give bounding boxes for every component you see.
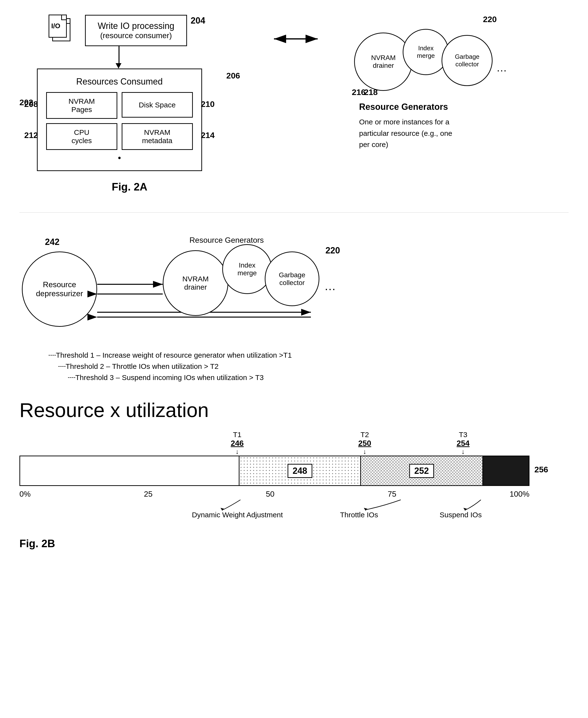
cell-disk-space: Disk Space [139,101,175,109]
label-208: 208 [24,99,38,109]
pct-75: 75 [387,490,396,498]
label-210: 210 [201,99,215,109]
pct-50: 50 [266,490,274,498]
io-label: I/O [51,22,60,30]
svg-marker-12 [364,508,368,511]
cell-nvram-pages-line2: Pages [71,105,92,114]
label-204: 204 [191,16,205,26]
t2-num: 250 [358,439,371,448]
svg-marker-11 [220,508,224,511]
label-212: 212 [24,130,38,140]
threshold-2: Threshold 2 – Throttle IOs when utilizat… [48,362,292,371]
page-container: I/O Write IO processing (resource consum… [19,15,569,550]
utilization-bar: 248 252 256 [19,456,529,486]
bar-dotted: 248 [239,456,361,485]
fig2b-section: 242 Resourcedepressurizer [19,232,569,550]
bar-text-labels: Dynamic Weight Adjustment Throttle IOs S… [19,504,529,523]
write-io-title: Write IO processing [97,21,175,31]
write-io-subtitle: (resource consumer) [97,31,175,40]
bubbles-dots: … [496,62,507,74]
pct-0: 0% [19,490,30,498]
bar-crosshatch: 252 [361,456,483,485]
threshold-3: Threshold 3 – Suspend incoming IOs when … [48,373,292,382]
utilization-title: Resource x utilization [19,399,554,422]
bar-empty [20,456,239,485]
t3-num: 254 [457,439,469,448]
rg-description: One or more instances for aparticular re… [359,116,452,150]
fig2a-section: I/O Write IO processing (resource consum… [19,15,569,193]
bubble-index-merge: Indexmerge [403,29,449,75]
cell-nvram-pages-line1: NVRAM [68,97,95,105]
fig2a-caption: Fig. 2A [112,181,147,193]
label-218: 218 [364,87,378,97]
bubble-nvram-drainer: NVRAMdrainer [354,33,413,91]
t2-arrow: ↓ [363,448,366,456]
bubble-garbage-2b: Garbagecollector [265,251,319,306]
svg-marker-13 [463,508,467,511]
t2-label: T2 [360,431,369,439]
pct-25: 25 [144,490,153,498]
rg-title: Resource Generators [359,102,448,112]
t1-arrow: ↓ [236,448,239,456]
label-214: 214 [201,130,215,140]
bubble-index-2b: Indexmerge [222,244,272,294]
seg2-label: 252 [409,464,434,478]
label-256: 256 [534,465,548,474]
resources-title: Resources Consumed [46,77,193,87]
label-242: 242 [45,237,60,247]
label-dwa: Dynamic Weight Adjustment [192,511,283,519]
label-220: 220 [483,15,497,24]
resources-dots: • [46,153,193,163]
label-throttle: Throttle IOs [340,511,378,519]
seg1-label: 248 [288,464,312,478]
label-220b: 220 [326,245,340,255]
t3-label: T3 [459,431,467,439]
pct-100: 100% [509,490,529,498]
pct-labels: 0% 25 50 75 100% [19,490,529,498]
double-arrow-2a [269,29,322,48]
label-216: 216 [352,87,365,97]
t1-num: 246 [231,439,244,448]
bubble-nvram-2b: NVRAMdrainer [163,250,228,316]
bubbles-dots-2b: … [324,280,336,293]
bar-solid [483,456,529,485]
bubble-garbage-collector: Garbagecollector [442,35,492,86]
label-suspend: Suspend IOs [440,511,482,519]
t3-arrow: ↓ [461,448,465,456]
threshold-1: Threshold 1 – Increase weight of resourc… [48,351,292,360]
fig2b-caption: Fig. 2B [19,537,55,550]
label-206: 206 [226,71,240,80]
bubble-depressurizer: Resourcedepressurizer [22,251,97,327]
t1-label: T1 [233,431,241,439]
rg-label-2b: Resource Generators [189,236,264,245]
